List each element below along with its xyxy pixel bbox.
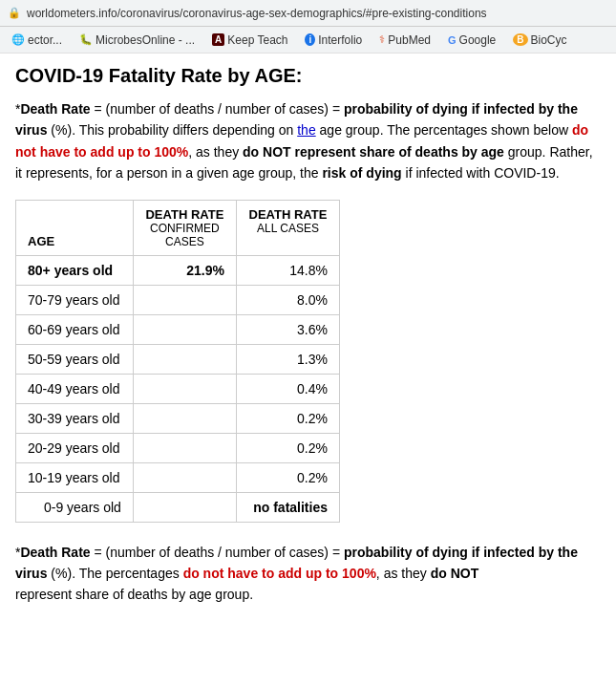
table-cell-age: 0-9 years old <box>16 492 134 522</box>
table-header-row: AGE DEATH RATE confirmedcases DEATH RATE… <box>16 200 340 255</box>
bookmark-biocyc[interactable]: B BioCyc <box>509 32 570 49</box>
table-cell-confirmed <box>133 492 236 522</box>
table-cell-age: 10-19 years old <box>16 462 134 492</box>
bookmark-google[interactable]: G Google <box>444 32 499 49</box>
col-header-age: AGE <box>16 200 134 255</box>
table-cell-all: 0.2% <box>236 433 339 462</box>
table-row: 10-19 years old0.2% <box>16 462 340 492</box>
table-cell-all: 3.6% <box>236 314 339 344</box>
bookmark-keepteach[interactable]: A Keep Teach <box>208 32 291 49</box>
table-cell-confirmed <box>133 433 236 462</box>
table-row: 30-39 years old0.2% <box>16 403 340 433</box>
table-cell-age: 30-39 years old <box>16 403 134 433</box>
table-cell-all: 0.2% <box>236 462 339 492</box>
table-cell-all: 0.2% <box>236 403 339 433</box>
browser-address-bar: 🔒 worldometers.info/coronavirus/coronavi… <box>0 0 616 27</box>
bookmark-icon-keepteach: A <box>212 33 224 46</box>
bookmark-icon-interfolio: i <box>305 33 315 46</box>
bookmark-pubmed[interactable]: ⚕ PubMed <box>375 32 435 49</box>
col-subheader-all: all cases <box>248 222 328 235</box>
page-title: COVID-19 Fatality Rate by AGE: <box>15 65 601 87</box>
bookmark-label-interfolio: Interfolio <box>318 33 362 47</box>
table-cell-confirmed <box>133 285 236 314</box>
table-cell-confirmed <box>133 403 236 433</box>
table-row: 0-9 years oldno fatalities <box>16 492 340 522</box>
bookmark-label-keepteach: Keep Teach <box>227 33 287 47</box>
table-cell-age: 50-59 years old <box>16 344 134 374</box>
table-row: 80+ years old21.9%14.8% <box>16 255 340 285</box>
table-row: 50-59 years old1.3% <box>16 344 340 374</box>
bookmark-label-microbes: MicrobesOnline - ... <box>96 33 195 47</box>
table-row: 40-49 years old0.4% <box>16 374 340 403</box>
bookmark-icon-google: G <box>448 34 457 46</box>
bookmark-icon-microbes: 🐛 <box>79 33 93 46</box>
bookmark-label-pubmed: PubMed <box>388 33 431 47</box>
col-subheader-confirmed: confirmedcases <box>145 222 224 248</box>
bookmark-microbes[interactable]: 🐛 MicrobesOnline - ... <box>75 32 199 49</box>
table-cell-age: 20-29 years old <box>16 433 134 462</box>
table-cell-all: 8.0% <box>236 285 339 314</box>
col-header-death-rate-all: DEATH RATE all cases <box>236 200 339 255</box>
table-cell-confirmed <box>133 314 236 344</box>
table-cell-all: 1.3% <box>236 344 339 374</box>
table-cell-all: 0.4% <box>236 374 339 403</box>
footnote-paragraph: *Death Rate = (number of deaths / number… <box>15 542 601 606</box>
table-cell-all: 14.8% <box>236 255 339 285</box>
bookmark-label-ector: ector... <box>28 33 62 47</box>
col-header-death-rate-confirmed: DEATH RATE confirmedcases <box>133 200 236 255</box>
bookmark-icon-biocyc: B <box>513 33 527 46</box>
description-paragraph: *Death Rate = (number of deaths / number… <box>15 98 601 184</box>
table-cell-all: no fatalities <box>236 492 339 522</box>
bookmark-icon-ector: 🌐 <box>11 33 25 46</box>
url-bar[interactable]: worldometers.info/coronavirus/coronaviru… <box>27 7 608 20</box>
table-cell-confirmed <box>133 344 236 374</box>
table-row: 70-79 years old8.0% <box>16 285 340 314</box>
bookmark-label-google: Google <box>459 33 497 47</box>
table-cell-confirmed <box>133 462 236 492</box>
table-cell-age: 80+ years old <box>16 255 134 285</box>
table-cell-age: 40-49 years old <box>16 374 134 403</box>
bookmark-interfolio[interactable]: i Interfolio <box>301 32 366 49</box>
desc-intro: *Death Rate = (number of deaths / number… <box>15 101 593 181</box>
table-cell-age: 70-79 years old <box>16 285 134 314</box>
table-cell-confirmed <box>133 374 236 403</box>
table-row: 60-69 years old3.6% <box>16 314 340 344</box>
bookmark-ector[interactable]: 🌐 ector... <box>8 32 66 49</box>
table-row: 20-29 years old0.2% <box>16 433 340 462</box>
table-cell-confirmed: 21.9% <box>133 255 236 285</box>
fatality-table: AGE DEATH RATE confirmedcases DEATH RATE… <box>15 200 340 523</box>
bookmarks-bar: 🌐 ector... 🐛 MicrobesOnline - ... A Keep… <box>0 27 616 54</box>
lock-icon: 🔒 <box>8 7 21 19</box>
bookmark-label-biocyc: BioCyc <box>531 33 567 47</box>
page-content: COVID-19 Fatality Rate by AGE: *Death Ra… <box>0 54 616 617</box>
table-cell-age: 60-69 years old <box>16 314 134 344</box>
bookmark-icon-pubmed: ⚕ <box>379 33 385 46</box>
